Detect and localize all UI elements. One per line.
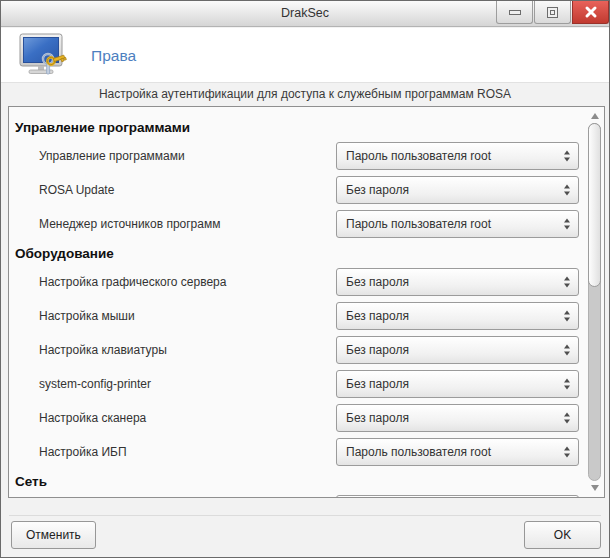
- stepper-down-icon: [564, 352, 570, 356]
- permission-label: Настройка сканера: [39, 411, 146, 425]
- permission-select[interactable]: Пароль пользователя root: [336, 438, 579, 466]
- minimize-button[interactable]: [496, 1, 533, 24]
- stepper-icon[interactable]: [564, 311, 570, 322]
- vertical-scrollbar[interactable]: [586, 107, 604, 497]
- permissions-frame: Управление программамиУправление програм…: [8, 106, 605, 498]
- close-icon: [584, 5, 598, 19]
- permission-row: system-config-printerБез пароля: [9, 367, 588, 401]
- header: Права: [1, 28, 609, 83]
- selected-value: Без пароля: [346, 309, 409, 323]
- window-controls: [495, 1, 609, 24]
- selected-value: Без пароля: [346, 183, 409, 197]
- cancel-button[interactable]: Отменить: [11, 521, 96, 549]
- permission-label: Настройка мыши: [39, 309, 135, 323]
- stepper-down-icon: [564, 420, 570, 424]
- stepper-up-icon: [564, 151, 570, 155]
- permission-select[interactable]: Без пароля: [336, 370, 579, 398]
- selected-value: Без пароля: [346, 275, 409, 289]
- scroll-down-icon[interactable]: [591, 485, 599, 491]
- stepper-icon[interactable]: [564, 219, 570, 230]
- permission-label: Настройка клавиатуры: [39, 343, 167, 357]
- permission-select[interactable]: Без пароля: [336, 336, 579, 364]
- selected-value: Без пароля: [346, 343, 409, 357]
- stepper-icon[interactable]: [564, 379, 570, 390]
- page-title: Права: [91, 28, 136, 83]
- section-title: Оборудование: [9, 241, 588, 265]
- permission-select[interactable]: Без пароля: [336, 404, 579, 432]
- permission-row: Менеджер источников программПароль польз…: [9, 207, 588, 241]
- permission-select[interactable]: Пароль пользователя root: [336, 142, 579, 170]
- permission-label: Настройка ИБП: [39, 445, 127, 459]
- permission-label: system-config-printer: [39, 377, 151, 391]
- permission-row: Настройка мышиБез пароля: [9, 299, 588, 333]
- close-button[interactable]: [572, 1, 609, 24]
- ok-button[interactable]: OK: [524, 521, 601, 549]
- stepper-down-icon: [564, 192, 570, 196]
- selected-value: Пароль пользователя root: [346, 149, 491, 163]
- draksec-window: DrakSec: [0, 0, 610, 558]
- maximize-icon: [547, 7, 558, 18]
- scrollbar-thumb[interactable]: [588, 123, 601, 287]
- permission-select[interactable]: Без пароля: [336, 268, 579, 296]
- scroll-up-icon[interactable]: [591, 113, 599, 119]
- stepper-up-icon: [564, 277, 570, 281]
- permission-row: Настройка сканераБез пароля: [9, 401, 588, 435]
- section-title: Управление программами: [9, 115, 588, 139]
- titlebar[interactable]: DrakSec: [1, 1, 609, 27]
- stepper-up-icon: [564, 345, 570, 349]
- permissions-list: Управление программамиУправление програм…: [9, 107, 588, 497]
- stepper-down-icon: [564, 158, 570, 162]
- permission-row: ROSA UpdateБез пароля: [9, 173, 588, 207]
- stepper-down-icon: [564, 226, 570, 230]
- stepper-icon[interactable]: [564, 151, 570, 162]
- stepper-down-icon: [564, 284, 570, 288]
- stepper-icon[interactable]: [564, 345, 570, 356]
- stepper-up-icon: [564, 379, 570, 383]
- scrollbar-track[interactable]: [588, 123, 601, 481]
- stepper-icon[interactable]: [564, 413, 570, 424]
- stepper-up-icon: [564, 185, 570, 189]
- permission-label: Настройка графического сервера: [39, 275, 226, 289]
- permission-select-partial[interactable]: [336, 495, 579, 497]
- minimize-icon: [509, 10, 521, 15]
- stepper-up-icon: [564, 219, 570, 223]
- subtitle: Настройка аутентификации для доступа к с…: [1, 84, 609, 106]
- stepper-down-icon: [564, 386, 570, 390]
- permission-label: ROSA Update: [39, 183, 114, 197]
- stepper-icon[interactable]: [564, 185, 570, 196]
- permission-label: Менеджер источников программ: [39, 217, 220, 231]
- permission-select[interactable]: Пароль пользователя root: [336, 210, 579, 238]
- stepper-up-icon: [564, 413, 570, 417]
- monitor-with-keys-icon: [17, 32, 69, 80]
- permission-label: Управление программами: [39, 149, 185, 163]
- stepper-down-icon: [564, 318, 570, 322]
- permission-select[interactable]: Без пароля: [336, 302, 579, 330]
- permission-row: Управление программамиПароль пользовател…: [9, 139, 588, 173]
- maximize-button[interactable]: [534, 1, 571, 24]
- stepper-up-icon: [564, 447, 570, 451]
- stepper-up-icon: [564, 311, 570, 315]
- section-title: Сеть: [9, 469, 588, 493]
- selected-value: Пароль пользователя root: [346, 217, 491, 231]
- stepper-icon[interactable]: [564, 447, 570, 458]
- permission-select[interactable]: Без пароля: [336, 176, 579, 204]
- selected-value: Без пароля: [346, 377, 409, 391]
- stepper-icon[interactable]: [564, 277, 570, 288]
- footer-separator: [9, 515, 601, 516]
- permission-row: Настройка клавиатурыБез пароля: [9, 333, 588, 367]
- stepper-down-icon: [564, 454, 570, 458]
- selected-value: Без пароля: [346, 411, 409, 425]
- permission-row: Настройка ИБППароль пользователя root: [9, 435, 588, 469]
- selected-value: Пароль пользователя root: [346, 445, 491, 459]
- permission-row-partial: [9, 493, 588, 497]
- permission-row: Настройка графического сервераБез пароля: [9, 265, 588, 299]
